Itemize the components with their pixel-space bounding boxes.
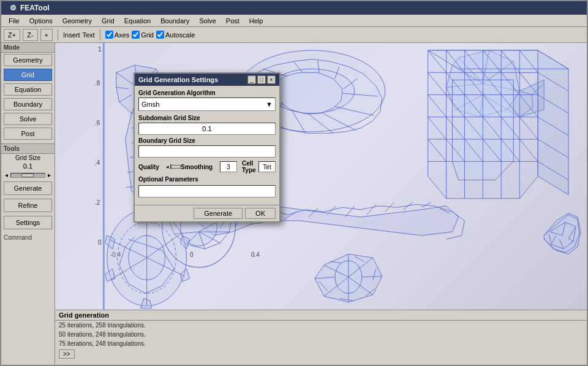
dialog-maximize-btn[interactable]: □ bbox=[257, 75, 266, 84]
bottom-line-2: 50 iterations, 248 triangulations. bbox=[55, 330, 587, 339]
boundary-label: Boundary Grid Size bbox=[138, 137, 276, 144]
svg-line-12 bbox=[379, 206, 398, 207]
dialog-title-bar: Grid Generation Settings _ □ × bbox=[135, 74, 279, 86]
sidebar-grid-btn[interactable]: Grid bbox=[4, 69, 52, 81]
slider-thumb[interactable] bbox=[21, 173, 34, 177]
zoom-minus-btn[interactable]: Z- bbox=[23, 29, 37, 41]
grid-size-value: 0.1 bbox=[1, 162, 55, 170]
subdomain-label: Subdomain Grid Size bbox=[138, 115, 276, 121]
grid-size-slider[interactable]: ◂ ▸ bbox=[1, 170, 55, 180]
tools-section-label: Tools bbox=[1, 143, 55, 154]
quality-left-arrow[interactable]: ◂ bbox=[166, 164, 169, 170]
subdomain-input[interactable] bbox=[138, 123, 276, 135]
zoom-plus-btn[interactable]: Z+ bbox=[4, 29, 20, 41]
menu-bar: File Options Geometry Grid Equation Boun… bbox=[1, 15, 587, 27]
cmd-expand-btn[interactable]: >> bbox=[59, 349, 75, 359]
menu-help[interactable]: Help bbox=[244, 17, 268, 25]
sidebar-solve-btn[interactable]: Solve bbox=[4, 113, 52, 125]
quality-smoothing-row: Quality ◂ ▸ bbox=[138, 160, 276, 173]
menu-equation[interactable]: Equation bbox=[119, 17, 156, 25]
algorithm-label: Grid Generation Algorithm bbox=[138, 90, 276, 96]
menu-file[interactable]: File bbox=[4, 17, 24, 25]
dialog-controls: _ □ × bbox=[247, 75, 276, 84]
insert-label: Insert bbox=[63, 31, 80, 39]
dialog-minimize-btn[interactable]: _ bbox=[247, 75, 256, 84]
axes-check[interactable]: Axes bbox=[105, 31, 129, 39]
svg-line-11 bbox=[361, 206, 379, 210]
quality-slider[interactable]: ◂ ▸ bbox=[166, 164, 176, 170]
generate-btn[interactable]: Generate bbox=[4, 181, 52, 195]
menu-grid[interactable]: Grid bbox=[97, 17, 119, 25]
svg-line-17 bbox=[461, 221, 464, 235]
dialog-title-text: Grid Generation Settings bbox=[138, 76, 247, 83]
sidebar-post-btn[interactable]: Post bbox=[4, 128, 52, 140]
main-window: ⚙ FEATool File Options Geometry Grid Equ… bbox=[0, 0, 588, 366]
text-label: Text bbox=[83, 31, 95, 39]
dialog-body: Grid Generation Algorithm Gmsh ▼ Subdoma… bbox=[135, 86, 279, 205]
grid-check[interactable]: Grid bbox=[132, 31, 154, 39]
optional-input[interactable] bbox=[138, 185, 276, 197]
refine-btn[interactable]: Refine bbox=[4, 199, 52, 212]
cell-type-label: Cell Type bbox=[242, 160, 256, 173]
canvas-area[interactable]: 1 .8 .6 .4 .2 0 -0.4 0 0.4 bbox=[55, 43, 587, 310]
sidebar-boundary-btn[interactable]: Boundary bbox=[4, 98, 52, 110]
svg-rect-252 bbox=[103, 43, 105, 310]
menu-post[interactable]: Post bbox=[221, 17, 244, 25]
dialog-generate-btn[interactable]: Generate bbox=[194, 208, 243, 219]
smoothing-input[interactable] bbox=[220, 161, 237, 172]
app-icon: ⚙ bbox=[10, 4, 17, 12]
zoom-fit-btn[interactable]: + bbox=[40, 29, 53, 41]
toolbar-separator2 bbox=[100, 29, 100, 40]
sidebar: Mode Geometry Grid Equation Boundary Sol… bbox=[1, 43, 55, 365]
smoothing-label: Smoothing bbox=[181, 164, 217, 170]
svg-line-9 bbox=[324, 207, 342, 212]
mode-section-label: Mode bbox=[1, 43, 55, 53]
svg-line-108 bbox=[361, 121, 373, 128]
bottom-line-1: 25 iterations, 258 triangulations. bbox=[55, 321, 587, 330]
menu-geometry[interactable]: Geometry bbox=[58, 17, 97, 25]
sidebar-geometry-btn[interactable]: Geometry bbox=[4, 54, 52, 66]
svg-line-28 bbox=[367, 204, 376, 215]
algorithm-select[interactable]: Gmsh ▼ bbox=[138, 97, 276, 111]
slider-track[interactable] bbox=[10, 173, 45, 178]
bottom-title: Grid generation bbox=[55, 310, 587, 321]
sidebar-equation-btn[interactable]: Equation bbox=[4, 83, 52, 96]
quality-thumb[interactable] bbox=[171, 165, 181, 169]
autoscale-check[interactable]: Autoscale bbox=[156, 31, 195, 39]
quality-track[interactable] bbox=[170, 164, 172, 169]
bottom-panel: Grid generation 25 iterations, 258 trian… bbox=[55, 310, 587, 365]
svg-point-96 bbox=[269, 69, 355, 113]
toolbar: Z+ Z- + Insert Text Axes Grid Autoscale bbox=[1, 27, 587, 43]
menu-solve[interactable]: Solve bbox=[194, 17, 221, 25]
cell-type-input[interactable] bbox=[258, 161, 276, 172]
toolbar-separator bbox=[58, 29, 58, 40]
menu-boundary[interactable]: Boundary bbox=[156, 17, 194, 25]
autoscale-checkbox[interactable] bbox=[156, 31, 164, 39]
title-bar: ⚙ FEATool bbox=[1, 1, 587, 15]
grid-settings-dialog[interactable]: Grid Generation Settings _ □ × Grid Gene… bbox=[134, 72, 281, 223]
dialog-footer: Generate OK bbox=[135, 205, 279, 221]
menu-options[interactable]: Options bbox=[24, 17, 58, 25]
settings-btn[interactable]: Settings bbox=[4, 216, 52, 229]
svg-marker-204 bbox=[538, 50, 568, 195]
slider-right-arrow[interactable]: ▸ bbox=[47, 172, 52, 178]
dropdown-arrow-icon: ▼ bbox=[266, 101, 273, 108]
grid-size-label: Grid Size bbox=[1, 154, 55, 162]
svg-line-110 bbox=[327, 132, 345, 133]
command-label: Command bbox=[1, 234, 55, 242]
svg-line-27 bbox=[345, 206, 355, 217]
bottom-line-3: 75 iterations, 248 triangulations. bbox=[55, 339, 587, 348]
slider-left-arrow[interactable]: ◂ bbox=[4, 172, 9, 178]
svg-line-18 bbox=[447, 235, 462, 239]
main-content: Mode Geometry Grid Equation Boundary Sol… bbox=[1, 43, 587, 365]
quality-label: Quality bbox=[138, 164, 166, 170]
optional-label: Optional Parameters bbox=[138, 176, 276, 183]
grid-checkbox[interactable] bbox=[132, 31, 140, 39]
dialog-close-btn[interactable]: × bbox=[267, 75, 276, 84]
dialog-ok-btn[interactable]: OK bbox=[245, 208, 276, 219]
boundary-input[interactable] bbox=[138, 145, 276, 158]
axes-checkbox[interactable] bbox=[105, 31, 113, 39]
window-title: FEATool bbox=[20, 4, 50, 12]
